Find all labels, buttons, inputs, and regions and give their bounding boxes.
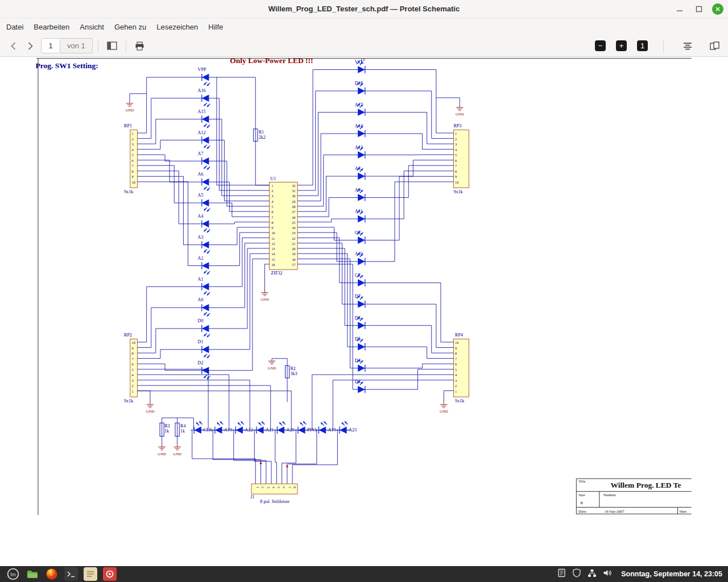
zoom-in-button[interactable]: +	[616, 40, 627, 51]
schematic-text: GND	[440, 409, 448, 413]
network-indicator-button[interactable]	[588, 569, 597, 580]
menu-bearbeiten[interactable]: Bearbeiten	[28, 20, 75, 34]
pdf-viewer-window: Willem_Prog_LED_Tester_sch.pdf — Protel …	[0, 0, 728, 582]
schematic-text: Shee	[679, 509, 686, 513]
wire	[369, 113, 453, 144]
schematic-text: 8 pol. Stiftleiste	[260, 499, 289, 504]
maximize-button[interactable]	[693, 3, 705, 15]
wire	[137, 369, 208, 430]
schematic-text: A16	[198, 88, 206, 93]
minimize-icon	[676, 6, 683, 13]
schematic-text: Only Low-Power LED !!!	[230, 57, 313, 65]
led-symbol	[198, 221, 213, 233]
schematic-text: J1	[250, 494, 254, 500]
gnd-symbol	[456, 105, 464, 111]
wire	[137, 140, 198, 149]
gnd-symbol	[261, 290, 268, 296]
wire	[369, 369, 453, 390]
page-total-label: von 1	[60, 38, 93, 53]
page-number-input[interactable]	[41, 38, 60, 53]
previous-page-button[interactable]	[5, 38, 22, 55]
firefox-launcher[interactable]	[45, 567, 59, 581]
wire	[297, 198, 354, 217]
menu-datei[interactable]: Datei	[1, 20, 28, 34]
component-body	[251, 484, 297, 494]
schematic-text: Willem Prog. LED Te	[611, 481, 681, 489]
schematic-text: A0	[198, 297, 204, 302]
wire	[234, 430, 266, 484]
media-app-launcher[interactable]	[103, 567, 117, 581]
next-page-button[interactable]	[22, 38, 39, 55]
terminal-launcher[interactable]	[64, 567, 78, 581]
firewall-indicator-button[interactable]	[572, 568, 581, 580]
schematic-text: RP3	[453, 123, 461, 128]
schematic-text: 3k3	[290, 371, 297, 376]
file-manager-launcher[interactable]	[26, 567, 39, 581]
menu-lesezeichen[interactable]: Lesezeichen	[151, 20, 203, 34]
wire	[297, 69, 354, 185]
schematic-text: 10	[132, 180, 135, 184]
system-tray: Sonntag, September 14, 23:05	[557, 568, 725, 580]
led-symbol	[198, 325, 213, 338]
schematic-text: 30	[292, 194, 295, 198]
schematic-text: 9x1k	[453, 189, 463, 194]
menu-ansicht[interactable]: Ansicht	[75, 20, 109, 34]
minimize-button[interactable]	[673, 3, 686, 15]
taskbar-clock[interactable]: Sonntag, September 14, 23:05	[621, 570, 722, 578]
schematic-text: A23	[349, 427, 357, 433]
schematic-text: 9x1k	[455, 398, 465, 404]
print-button[interactable]	[131, 38, 148, 55]
led-symbol	[198, 157, 213, 170]
schematic-text: D4	[355, 358, 361, 363]
wire	[192, 430, 256, 484]
schematic-text: U1	[270, 176, 276, 181]
wire	[264, 264, 269, 290]
document-area[interactable]: Prog. SW1 Setting:Only Low-Power LED !!!…	[0, 57, 728, 566]
schematic-text: 9x1k	[124, 398, 134, 404]
schematic-text: Title	[578, 479, 585, 483]
menu-gehen-zu[interactable]: Gehen zu	[109, 20, 151, 34]
schematic-text: CLK	[204, 427, 213, 433]
led-symbol	[198, 199, 213, 212]
schematic-text: A21	[266, 427, 274, 433]
sidebar-toggle-button[interactable]	[104, 38, 121, 55]
schematic-text: 5	[132, 153, 134, 157]
schematic-text: D5	[355, 336, 361, 342]
close-button[interactable]	[712, 3, 723, 15]
schematic-text: 3	[132, 142, 134, 146]
schematic-text: 8	[271, 221, 273, 225]
schematic-text: 1	[256, 487, 260, 488]
schematic-text: Date:	[578, 509, 587, 513]
zoom-original-button[interactable]: 1	[637, 40, 648, 51]
wire	[137, 171, 198, 224]
continuous-view-button[interactable]	[679, 38, 696, 55]
schematic-text: 3	[455, 142, 457, 146]
schematic-text: A3	[198, 235, 204, 240]
wire	[297, 91, 354, 190]
led-symbol	[274, 421, 288, 434]
dual-page-button[interactable]	[706, 38, 723, 55]
volume-indicator-button[interactable]	[603, 568, 613, 580]
text-editor-launcher[interactable]	[84, 567, 97, 581]
wire	[297, 227, 354, 240]
gnd-symbol	[173, 444, 181, 450]
wire	[213, 430, 260, 484]
notes-indicator-button[interactable]	[557, 568, 566, 580]
schematic-text: 2	[132, 137, 134, 141]
schematic-text: 10	[132, 340, 135, 344]
wire	[297, 113, 354, 196]
wire	[369, 364, 453, 368]
zoom-out-button[interactable]: −	[595, 40, 606, 51]
junction-dot	[260, 462, 262, 464]
schematic-text: 6	[455, 362, 457, 366]
schematic-text: D0	[198, 318, 204, 323]
junction-dot	[286, 465, 288, 468]
terminal-icon	[67, 570, 76, 578]
schematic-text: GND	[126, 108, 134, 112]
schematic-text: 7	[288, 487, 292, 488]
menu-launcher-button[interactable]: lm	[6, 567, 20, 581]
wire	[297, 243, 354, 304]
schematic-text: GND	[268, 366, 276, 370]
wire	[297, 253, 354, 347]
menu-hilfe[interactable]: Hilfe	[203, 20, 228, 34]
